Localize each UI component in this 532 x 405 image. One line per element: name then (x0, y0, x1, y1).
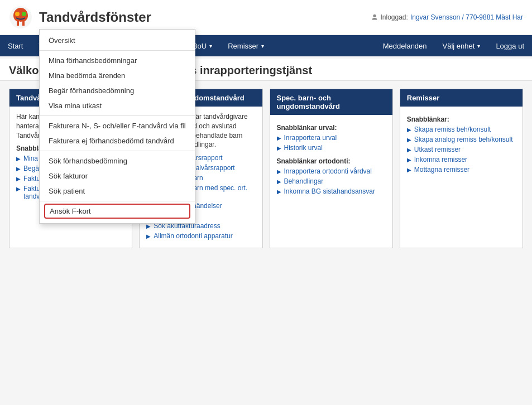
link-historik-urval-anchor[interactable]: Historik urval (284, 144, 323, 152)
play-icon-skapa-remiss-beh: ▶ (407, 127, 411, 133)
play-icon-skapa-analog-remiss: ▶ (407, 137, 411, 143)
dropdown-mina-forhandsbedömningar[interactable]: Mina förhandsbedömningar (40, 53, 195, 68)
divider-2 (40, 115, 195, 116)
user-name: Ingvar Svensson / 770-9881 Mäst Har (410, 13, 523, 21)
card-remisser-body: Snabblänkar: ▶ Skapa remiss beh/konsult … (400, 107, 523, 181)
card-spec-barn: Spec. barn- och ungdomstandvård Snabblän… (270, 89, 393, 248)
divider-1 (40, 50, 195, 51)
play-icon-fakturera: ▶ (16, 176, 21, 182)
play-icon-sök-akutfakturaadress: ▶ (146, 223, 151, 229)
dropdown-sök-fakturor[interactable]: Sök fakturor (40, 168, 195, 184)
dropdown-visa-mina-utkast[interactable]: Visa mina utkast (40, 98, 195, 113)
link-inkomna-bg: ▶ Inkomna BG sistahandsansvar (277, 187, 386, 195)
dropdown-ansök-f-kort[interactable]: Ansök F-kort (44, 204, 190, 219)
play-icon-mina-sidor: ▶ (16, 156, 21, 162)
card-spec-barn-header: Spec. barn- och ungdomstandvård (270, 89, 392, 115)
link-historik-urval: ▶ Historik urval (277, 144, 386, 152)
play-icon-inkomna-remisser: ▶ (407, 157, 411, 163)
dropdown-fakturera-ej-forhandsbedömd[interactable]: Fakturera ej förhandsbedömd tandvård (40, 133, 195, 148)
link-inrapportera-ortodonti: ▶ Inrapportera ortodonti vårdval (277, 167, 386, 175)
link-inrapportera-urval: ▶ Inrapportera urval (277, 134, 386, 142)
link-utkast-remisser: ▶ Utkast remisser (407, 146, 516, 153)
play-icon-inkomna-bg: ▶ (277, 189, 281, 195)
play-icon-inrapportera-ortodonti: ▶ (277, 168, 281, 175)
remisser-links-title: Snabblänkar: (407, 115, 516, 123)
card-remisser: Remisser Snabblänkar: ▶ Skapa remiss beh… (400, 89, 523, 248)
play-icon-fakturera-nsf: ▶ (16, 186, 21, 192)
play-icon-historik-urval: ▶ (277, 145, 281, 151)
dropdown-sök-patient[interactable]: Sök patient (40, 184, 195, 199)
link-allman-ortodonti-anchor[interactable]: Allmän ortodonti apparatur (154, 232, 232, 240)
remisser-caret: ▾ (261, 43, 264, 49)
link-utkast-remisser-anchor[interactable]: Utkast remisser (414, 146, 461, 153)
spec-bou-caret: ▾ (209, 43, 212, 49)
dropdown-mina-bedömda-ärenden[interactable]: Mina bedömda ärenden (40, 68, 195, 83)
spec-barn-urval-title: Snabblänkar urval: (277, 124, 386, 132)
play-icon-utkast-remisser: ▶ (407, 147, 411, 153)
user-info: Inloggad: Ingvar Svensson / 770-9881 Mäs… (371, 13, 524, 21)
link-skapa-analog-remiss-anchor[interactable]: Skapa analog remiss beh/konsult (414, 136, 513, 143)
play-icon-allman-ortodonti: ▶ (146, 233, 151, 239)
link-allman-ortodonti: ▶ Allmän ortodonti apparatur (146, 232, 255, 240)
dropdown-begär-forhandsbedömning[interactable]: Begär förhandsbedömning (40, 83, 195, 98)
dropdown-sök-forhandsbedömning[interactable]: Sök förhandsbedömning (40, 153, 195, 168)
link-inkomna-bg-anchor[interactable]: Inkomna BG sistahandsansvar (284, 187, 375, 195)
spec-barn-ortodonti-title: Snabblänkar ortodonti: (277, 157, 386, 165)
valj-enhet-caret: ▾ (477, 43, 480, 49)
app-logo (9, 6, 32, 29)
link-mottagna-remisser: ▶ Mottagna remisser (407, 166, 516, 173)
play-icon-inrapportera-urval: ▶ (277, 135, 281, 141)
nav-start[interactable]: Start (0, 35, 31, 56)
play-icon-begär: ▶ (16, 166, 21, 172)
allm-bou-dropdown: Översikt Mina förhandsbedömningar Mina b… (39, 29, 195, 224)
link-inrapportera-ortodonti-anchor[interactable]: Inrapportera ortodonti vårdval (284, 167, 372, 175)
play-icon-behandlingar: ▶ (277, 179, 281, 185)
nav-remisser[interactable]: Remisser ▾ (220, 35, 272, 56)
svg-point-2 (22, 12, 26, 16)
nav-meddelanden[interactable]: Meddelanden (375, 35, 435, 56)
divider-4 (40, 201, 195, 201)
nav-valj-enhet[interactable]: Välj enhet ▾ (435, 35, 488, 56)
link-behandlingar: ▶ Behandlingar (277, 177, 386, 185)
divider-3 (40, 151, 195, 151)
nav-logga-ut[interactable]: Logga ut (488, 35, 532, 56)
card-remisser-header: Remisser (400, 89, 523, 107)
link-skapa-analog-remiss: ▶ Skapa analog remiss beh/konsult (407, 136, 516, 143)
link-inkomna-remisser-anchor[interactable]: Inkomna remisser (414, 156, 467, 163)
link-skapa-remiss-beh: ▶ Skapa remiss beh/konsult (407, 126, 516, 133)
link-inrapportera-urval-anchor[interactable]: Inrapportera urval (284, 134, 337, 142)
user-label: Inloggad: (381, 13, 408, 21)
link-skapa-remiss-beh-anchor[interactable]: Skapa remiss beh/konsult (414, 126, 491, 133)
link-inkomna-remisser: ▶ Inkomna remisser (407, 156, 516, 163)
svg-point-1 (15, 12, 20, 16)
dropdown-fakturera-nsf[interactable]: Fakturera N-, S- och/eller F-tandvård vi… (40, 118, 195, 133)
user-icon (371, 13, 378, 21)
app-title: Tandvårdsfönster (39, 9, 151, 25)
card-spec-barn-body: Snabblänkar urval: ▶ Inrapportera urval … (270, 115, 392, 203)
dropdown-oversikt[interactable]: Översikt (40, 33, 195, 48)
link-behandlingar-anchor[interactable]: Behandlingar (284, 177, 324, 185)
play-icon-mottagna-remisser: ▶ (407, 167, 411, 173)
link-mottagna-remisser-anchor[interactable]: Mottagna remisser (414, 166, 469, 173)
